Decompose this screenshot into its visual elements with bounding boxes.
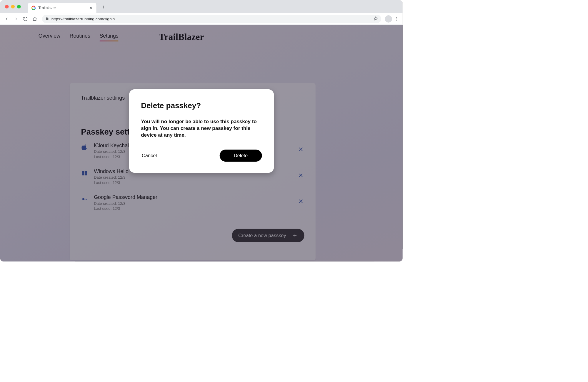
fullscreen-window-button[interactable] bbox=[17, 5, 21, 8]
google-favicon-icon bbox=[31, 6, 36, 10]
bookmark-star-icon[interactable] bbox=[374, 16, 378, 21]
confirm-delete-button[interactable]: Delete bbox=[220, 150, 262, 162]
close-tab-button[interactable]: ✕ bbox=[89, 5, 93, 10]
lock-icon bbox=[45, 16, 49, 21]
svg-point-1 bbox=[397, 19, 397, 19]
url-text: https://trailblazerrunning.com/signin bbox=[51, 16, 371, 21]
new-tab-button[interactable]: ＋ bbox=[99, 3, 107, 11]
browser-window: Trailblazer ✕ ＋ https://trailblazerrunni… bbox=[0, 0, 403, 262]
back-button[interactable] bbox=[3, 15, 11, 23]
svg-point-2 bbox=[397, 20, 397, 21]
address-bar[interactable]: https://trailblazerrunning.com/signin bbox=[42, 15, 381, 23]
modal-actions: Cancel Delete bbox=[141, 150, 262, 162]
window-controls bbox=[5, 5, 21, 8]
close-window-button[interactable] bbox=[5, 5, 9, 8]
tab-strip: Trailblazer ✕ ＋ bbox=[0, 0, 403, 13]
modal-overlay[interactable]: Delete passkey? You will no longer be ab… bbox=[0, 25, 403, 262]
svg-point-0 bbox=[397, 17, 397, 18]
cancel-button[interactable]: Cancel bbox=[141, 151, 158, 160]
browser-tab[interactable]: Trailblazer ✕ bbox=[28, 3, 96, 13]
modal-title: Delete passkey? bbox=[141, 101, 262, 110]
tab-title: Trailblazer bbox=[38, 6, 87, 10]
home-button[interactable] bbox=[31, 15, 39, 23]
browser-menu-button[interactable] bbox=[394, 17, 400, 21]
page-content: Overview Routines Settings TrailBlazer T… bbox=[0, 25, 403, 262]
reload-button[interactable] bbox=[21, 15, 29, 23]
modal-body-text: You will no longer be able to use this p… bbox=[141, 118, 262, 138]
browser-toolbar: https://trailblazerrunning.com/signin bbox=[0, 13, 403, 25]
delete-passkey-modal: Delete passkey? You will no longer be ab… bbox=[129, 89, 274, 173]
forward-button[interactable] bbox=[12, 15, 20, 23]
profile-avatar[interactable] bbox=[385, 15, 392, 23]
minimize-window-button[interactable] bbox=[11, 5, 15, 8]
